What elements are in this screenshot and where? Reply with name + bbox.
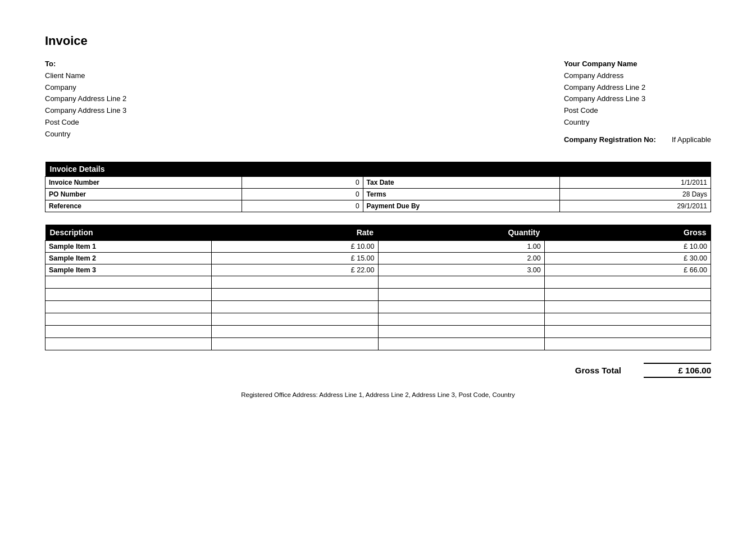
item-rate: £ 22.00	[212, 264, 378, 276]
item-quantity: 2.00	[378, 252, 544, 264]
empty-qty	[378, 276, 544, 288]
table-row-empty	[45, 337, 711, 350]
registration-label: Company Registration No:	[564, 134, 656, 146]
empty-gross	[544, 325, 711, 337]
invoice-details-row: Invoice Number 0 Tax Date 1/1/2011	[45, 176, 711, 188]
table-row: Sample Item 1 £ 10.00 1.00 £ 10.00	[45, 240, 711, 252]
empty-desc	[45, 337, 212, 350]
detail-left-value: 0	[242, 176, 363, 188]
item-description: Sample Item 3	[45, 264, 212, 276]
col-quantity: Quantity	[378, 225, 544, 241]
empty-rate	[212, 300, 378, 313]
empty-gross	[544, 288, 711, 300]
invoice-details-table: Invoice Details Invoice Number 0 Tax Dat…	[45, 162, 711, 212]
table-row-empty	[45, 288, 711, 300]
to-label: To:	[45, 58, 126, 70]
detail-right-label: Payment Due By	[363, 200, 559, 212]
col-gross: Gross	[544, 225, 711, 241]
header-section: To: Client Name Company Company Address …	[45, 58, 711, 146]
detail-left-label: Reference	[45, 200, 242, 212]
empty-qty	[378, 337, 544, 350]
table-row: Sample Item 2 £ 15.00 2.00 £ 30.00	[45, 252, 711, 264]
detail-left-value: 0	[242, 200, 363, 212]
footer-text: Registered Office Address: Address Line …	[241, 391, 515, 398]
gross-total-value: £ 106.00	[644, 363, 711, 378]
empty-desc	[45, 300, 212, 313]
empty-rate	[212, 337, 378, 350]
detail-right-value: 1/1/2011	[559, 176, 711, 188]
item-description: Sample Item 2	[45, 252, 212, 264]
company-address-line2: Company Address Line 2	[564, 82, 711, 94]
empty-qty	[378, 288, 544, 300]
table-row-empty	[45, 300, 711, 313]
empty-desc	[45, 313, 212, 325]
client-post-code: Post Code	[45, 117, 126, 129]
item-gross: £ 66.00	[544, 264, 711, 276]
col-description: Description	[45, 225, 212, 241]
empty-qty	[378, 325, 544, 337]
invoice-details-row: Reference 0 Payment Due By 29/1/2011	[45, 200, 711, 212]
item-description: Sample Item 1	[45, 240, 212, 252]
client-country: Country	[45, 129, 126, 140]
registration-value: If Applicable	[672, 134, 711, 146]
empty-gross	[544, 276, 711, 288]
detail-left-label: Invoice Number	[45, 176, 242, 188]
company-address-line3: Company Address Line 3	[564, 93, 711, 105]
gross-total-section: Gross Total £ 106.00	[45, 363, 711, 378]
client-company: Company	[45, 82, 126, 94]
company-address-line1: Company Address	[564, 70, 711, 82]
empty-gross	[544, 300, 711, 313]
item-rate: £ 10.00	[212, 240, 378, 252]
company-name: Your Company Name	[564, 58, 711, 70]
empty-rate	[212, 313, 378, 325]
table-row-empty	[45, 276, 711, 288]
empty-gross	[544, 313, 711, 325]
detail-right-label: Terms	[363, 188, 559, 200]
registration-row: Company Registration No: If Applicable	[564, 134, 711, 146]
empty-rate	[212, 325, 378, 337]
table-row-empty	[45, 313, 711, 325]
invoice-title: Invoice	[45, 34, 711, 48]
detail-right-value: 29/1/2011	[559, 200, 711, 212]
detail-left-label: PO Number	[45, 188, 242, 200]
item-gross: £ 10.00	[544, 240, 711, 252]
detail-right-label: Tax Date	[363, 176, 559, 188]
table-row: Sample Item 3 £ 22.00 3.00 £ 66.00	[45, 264, 711, 276]
empty-gross	[544, 337, 711, 350]
footer: Registered Office Address: Address Line …	[45, 391, 711, 398]
items-table: Description Rate Quantity Gross Sample I…	[45, 225, 711, 350]
detail-left-value: 0	[242, 188, 363, 200]
invoice-details-header: Invoice Details	[45, 162, 711, 177]
item-quantity: 3.00	[378, 264, 544, 276]
item-rate: £ 15.00	[212, 252, 378, 264]
table-row-empty	[45, 325, 711, 337]
col-rate: Rate	[212, 225, 378, 241]
gross-total-label: Gross Total	[575, 366, 621, 375]
company-address: Your Company Name Company Address Compan…	[564, 58, 711, 146]
detail-right-value: 28 Days	[559, 188, 711, 200]
item-quantity: 1.00	[378, 240, 544, 252]
empty-desc	[45, 288, 212, 300]
empty-desc	[45, 276, 212, 288]
company-post-code: Post Code	[564, 105, 711, 117]
empty-qty	[378, 300, 544, 313]
empty-desc	[45, 325, 212, 337]
empty-rate	[212, 276, 378, 288]
company-country: Country	[564, 117, 711, 129]
client-address: To: Client Name Company Company Address …	[45, 58, 126, 146]
empty-rate	[212, 288, 378, 300]
client-address-line3: Company Address Line 3	[45, 105, 126, 117]
invoice-details-row: PO Number 0 Terms 28 Days	[45, 188, 711, 200]
empty-qty	[378, 313, 544, 325]
client-name: Client Name	[45, 70, 126, 82]
client-address-line2: Company Address Line 2	[45, 93, 126, 105]
item-gross: £ 30.00	[544, 252, 711, 264]
